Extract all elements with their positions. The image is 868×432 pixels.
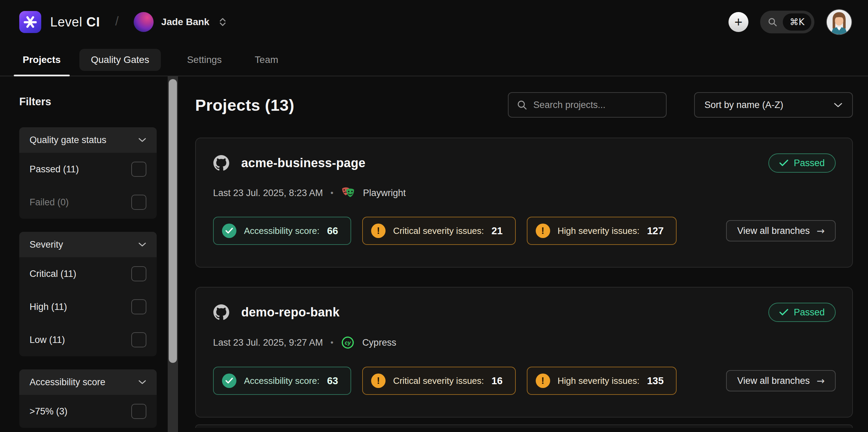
high-issues-chip: ! High severity issues: 135 [527, 367, 677, 395]
github-icon [213, 304, 230, 321]
check-circle-icon [222, 224, 236, 238]
tab-quality-gates[interactable]: Quality Gates [79, 49, 161, 71]
search-input[interactable] [533, 100, 658, 110]
filter-group-label: Accessibility score [30, 377, 105, 388]
arrow-right-icon: → [817, 225, 825, 237]
asterisk-logo-icon [23, 14, 38, 30]
app-logo[interactable] [19, 11, 41, 33]
sidebar-scrollbar-track[interactable] [168, 76, 178, 432]
checkbox-low[interactable] [131, 332, 146, 347]
warning-circle-icon: ! [371, 374, 386, 388]
global-search-button[interactable]: ⌘K [760, 11, 814, 33]
last-updated-text: Last 23 Jul. 2025, 9:27 AM [213, 337, 323, 348]
filter-group-quality-gate-status: Quality gate status Passed (11) Failed (… [19, 127, 157, 219]
filter-group-accessibility-score: Accessibility score >75% (3) [19, 369, 157, 428]
chevron-up-down-icon [219, 18, 226, 26]
filter-group-label: Severity [30, 239, 63, 250]
tab-team-label: Team [255, 54, 278, 65]
top-bar-actions: + ⌘K [728, 9, 852, 35]
filter-option-low[interactable]: Low (11) [19, 323, 157, 356]
filter-group-header[interactable]: Severity [19, 232, 157, 257]
filter-group-label: Quality gate status [30, 135, 107, 145]
project-card-header: demo-repo-bank Passed [213, 303, 836, 322]
filter-option-label: High (11) [30, 302, 67, 312]
search-icon [768, 17, 777, 27]
high-issues-chip: ! High severity issues: 127 [527, 217, 677, 245]
bullet-separator: • [331, 188, 333, 198]
project-meta: Last 23 Jul. 2025, 8:23 AM • Playwright [213, 186, 836, 199]
view-all-branches-label: View all branches [737, 226, 810, 236]
project-name[interactable]: acme-business-page [241, 156, 366, 170]
last-updated-text: Last 23 Jul. 2025, 8:23 AM [213, 188, 323, 198]
accessibility-score-chip: Accessibility score: 66 [213, 217, 351, 245]
app-root: Level CI / Jade Bank + [0, 0, 868, 432]
playwright-masks-icon [341, 186, 355, 199]
warning-circle-icon: ! [536, 374, 550, 388]
org-switcher[interactable]: Jade Bank [134, 12, 226, 32]
warning-circle-icon: ! [371, 224, 386, 238]
brand-suffix: CI [86, 15, 100, 30]
filters-sidebar: Filters Quality gate status Passed (11) … [0, 76, 168, 432]
page-body: Filters Quality gate status Passed (11) … [0, 76, 868, 432]
filter-option-label: Low (11) [30, 335, 65, 345]
page-title: Projects (13) [195, 96, 294, 115]
keyboard-shortcut-badge: ⌘K [783, 13, 811, 31]
project-card: demo-repo-bank Passed Last 23 Jul. 2025,… [195, 287, 853, 418]
checkbox-critical[interactable] [131, 266, 146, 281]
warning-circle-icon: ! [536, 224, 550, 238]
project-name[interactable]: demo-repo-bank [241, 305, 340, 320]
checkbox-high[interactable] [131, 299, 146, 314]
stat-value: 127 [647, 225, 664, 237]
chevron-down-icon [834, 102, 843, 108]
status-badge: Passed [768, 153, 836, 173]
stat-value: 66 [327, 225, 338, 237]
project-card-header: acme-business-page Passed [213, 153, 836, 173]
search-icon [517, 100, 527, 110]
view-all-branches-button[interactable]: View all branches → [726, 220, 836, 241]
org-avatar [134, 12, 154, 32]
stat-value: 16 [491, 375, 502, 387]
tab-team[interactable]: Team [246, 44, 287, 76]
chevron-down-icon [138, 380, 146, 385]
plus-icon: + [734, 15, 742, 29]
tab-projects-label: Projects [23, 54, 61, 65]
checkbox-above-75[interactable] [131, 404, 146, 419]
filter-option-failed[interactable]: Failed (0) [19, 186, 157, 219]
filter-option-label: Passed (11) [30, 164, 79, 175]
tab-projects[interactable]: Projects [14, 44, 70, 76]
filter-option-critical[interactable]: Critical (11) [19, 257, 157, 290]
project-stats: Accessibility score: 66 ! Critical sever… [213, 217, 836, 245]
project-card-partial [195, 424, 853, 428]
filter-group-header[interactable]: Quality gate status [19, 127, 157, 153]
add-button[interactable]: + [728, 12, 748, 32]
user-avatar[interactable] [826, 9, 852, 35]
runner-name: Cypress [362, 337, 396, 348]
arrow-right-icon: → [817, 375, 825, 387]
chevron-down-icon [138, 138, 146, 142]
runner-name: Playwright [363, 188, 406, 198]
tab-settings-label: Settings [187, 54, 222, 65]
filter-option-label: >75% (3) [30, 406, 67, 417]
brand-word: Level [50, 15, 82, 30]
project-search[interactable] [508, 92, 667, 118]
checkbox-failed[interactable] [131, 195, 146, 210]
sidebar-scrollbar-thumb[interactable] [169, 79, 177, 363]
stat-label: Accessibility score: [244, 226, 320, 236]
project-stats: Accessibility score: 63 ! Critical sever… [213, 367, 836, 395]
filter-option-above-75[interactable]: >75% (3) [19, 395, 157, 428]
check-circle-icon [222, 374, 236, 388]
cypress-icon: cy [341, 336, 355, 349]
github-icon [213, 155, 230, 171]
stat-label: Critical severity issues: [393, 376, 484, 386]
bullet-separator: • [331, 338, 333, 347]
filter-option-passed[interactable]: Passed (11) [19, 153, 157, 186]
chevron-down-icon [138, 242, 146, 247]
filter-option-high[interactable]: High (11) [19, 290, 157, 323]
filter-option-label: Critical (11) [30, 269, 76, 279]
view-all-branches-button[interactable]: View all branches → [726, 370, 836, 391]
status-label: Passed [794, 307, 825, 318]
checkbox-passed[interactable] [131, 162, 146, 177]
filter-group-header[interactable]: Accessibility score [19, 369, 157, 395]
sort-dropdown[interactable]: Sort by name (A-Z) [694, 92, 853, 118]
tab-settings[interactable]: Settings [178, 44, 231, 76]
